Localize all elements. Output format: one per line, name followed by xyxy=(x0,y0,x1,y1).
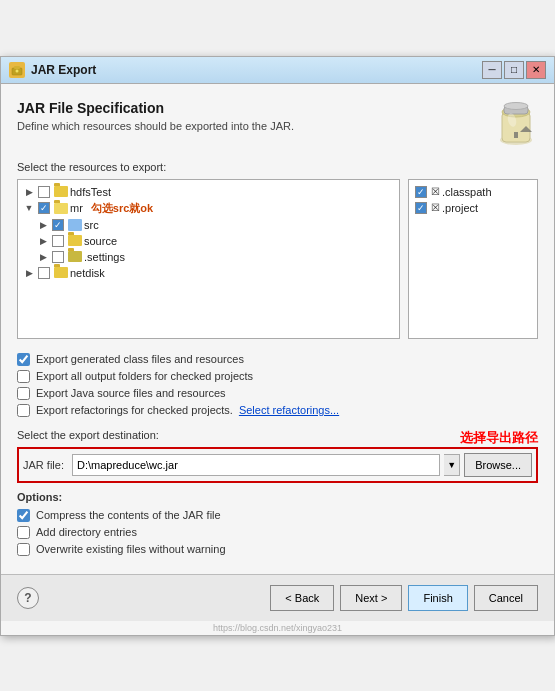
checkbox-directory[interactable] xyxy=(17,526,30,539)
options-section: Options: Compress the contents of the JA… xyxy=(17,491,538,558)
checkbox-overwrite[interactable] xyxy=(17,543,30,556)
checklist-panel[interactable]: ✓ ☒ .classpath ✓ ☒ .project xyxy=(408,179,538,339)
page-description: Define which resources should be exporte… xyxy=(17,120,294,132)
expander-netdisk[interactable]: ▶ xyxy=(22,266,36,280)
jar-graphic xyxy=(494,96,538,149)
label-source: source xyxy=(84,235,117,247)
folder-icon-source xyxy=(68,235,82,246)
jar-file-input[interactable] xyxy=(72,454,440,476)
option-export-java[interactable]: Export Java source files and resources xyxy=(17,385,538,402)
svg-rect-10 xyxy=(514,132,518,138)
export-dest-label: Select the export destination: xyxy=(17,429,159,441)
folder-icon-hdfsTest xyxy=(54,186,68,197)
checkbox-export-refactor[interactable] xyxy=(17,404,30,417)
label-overwrite: Overwrite existing files without warning xyxy=(36,543,226,555)
expander-mr[interactable]: ▼ xyxy=(22,201,36,215)
maximize-button[interactable]: □ xyxy=(504,61,524,79)
option-export-refactor[interactable]: Export refactorings for checked projects… xyxy=(17,402,538,419)
cancel-button[interactable]: Cancel xyxy=(474,585,538,611)
checkbox-export-output[interactable] xyxy=(17,370,30,383)
browse-button[interactable]: Browse... xyxy=(464,453,532,477)
label-src: src xyxy=(84,219,99,231)
options-label: Options: xyxy=(17,491,538,503)
select-refactorings-link[interactable]: Select refactorings... xyxy=(239,404,339,416)
help-button[interactable]: ? xyxy=(17,587,39,609)
label-mr: mr xyxy=(70,202,83,214)
checkbox-export-java[interactable] xyxy=(17,387,30,400)
checkbox-classpath[interactable]: ✓ xyxy=(415,186,427,198)
jar-file-dropdown[interactable]: ▼ xyxy=(444,454,460,476)
tree-item-settings[interactable]: ▶ .settings xyxy=(22,249,395,265)
export-annotation: 选择导出路径 xyxy=(460,429,538,447)
jar-file-row: JAR file: ▼ Browse... xyxy=(23,453,532,477)
label-hdfsTest: hdfsTest xyxy=(70,186,111,198)
checkbox-hdfsTest[interactable] xyxy=(38,186,50,198)
tree-panel[interactable]: ▶ hdfsTest ▼ ✓ mr 勾选src就ok ▶ ✓ xyxy=(17,179,400,339)
expander-source[interactable]: ▶ xyxy=(36,234,50,248)
label-export-output: Export all output folders for checked pr… xyxy=(36,370,253,382)
checkbox-mr[interactable]: ✓ xyxy=(38,202,50,214)
export-destination-section: Select the export destination: 选择导出路径 JA… xyxy=(17,429,538,483)
label-classpath: ☒ xyxy=(431,186,440,197)
title-controls: ─ □ ✕ xyxy=(482,61,546,79)
option-export-output[interactable]: Export all output folders for checked pr… xyxy=(17,368,538,385)
expander-hdfsTest[interactable]: ▶ xyxy=(22,185,36,199)
export-options-section: Export generated class files and resourc… xyxy=(17,351,538,419)
expander-src[interactable]: ▶ xyxy=(36,218,50,232)
label-export-class: Export generated class files and resourc… xyxy=(36,353,244,365)
option-directory[interactable]: Add directory entries xyxy=(17,524,538,541)
window-icon xyxy=(9,62,25,78)
label-project-text: .project xyxy=(442,202,478,214)
tree-item-mr[interactable]: ▼ ✓ mr 勾选src就ok xyxy=(22,200,395,217)
window-title: JAR Export xyxy=(31,63,96,77)
tree-item-source[interactable]: ▶ source xyxy=(22,233,395,249)
jar-export-window: JAR Export ─ □ ✕ JAR File Specification … xyxy=(0,56,555,636)
folder-icon-mr xyxy=(54,203,68,214)
footer: ? < Back Next > Finish Cancel xyxy=(1,574,554,621)
label-export-refactor: Export refactorings for checked projects… xyxy=(36,404,233,416)
tree-item-netdisk[interactable]: ▶ netdisk xyxy=(22,265,395,281)
jar-file-label: JAR file: xyxy=(23,459,64,471)
close-button[interactable]: ✕ xyxy=(526,61,546,79)
title-bar-left: JAR Export xyxy=(9,62,96,78)
checkbox-source[interactable] xyxy=(52,235,64,247)
checkbox-compress[interactable] xyxy=(17,509,30,522)
option-compress[interactable]: Compress the contents of the JAR file xyxy=(17,507,538,524)
footer-buttons: < Back Next > Finish Cancel xyxy=(270,585,538,611)
folder-icon-netdisk xyxy=(54,267,68,278)
watermark: https://blog.csdn.net/xingyao231 xyxy=(1,621,554,635)
expander-settings[interactable]: ▶ xyxy=(36,250,50,264)
checklist-item-project[interactable]: ✓ ☒ .project xyxy=(413,200,533,216)
label-compress: Compress the contents of the JAR file xyxy=(36,509,221,521)
header-section: JAR File Specification Define which reso… xyxy=(17,100,294,144)
minimize-button[interactable]: ─ xyxy=(482,61,502,79)
tree-item-hdfsTest[interactable]: ▶ hdfsTest xyxy=(22,184,395,200)
label-directory: Add directory entries xyxy=(36,526,137,538)
checkbox-settings[interactable] xyxy=(52,251,64,263)
title-bar: JAR Export ─ □ ✕ xyxy=(1,57,554,84)
main-content: JAR File Specification Define which reso… xyxy=(1,84,554,574)
checkbox-project[interactable]: ✓ xyxy=(415,202,427,214)
svg-point-7 xyxy=(504,102,528,109)
checkbox-src[interactable]: ✓ xyxy=(52,219,64,231)
svg-rect-1 xyxy=(14,66,20,69)
option-export-class[interactable]: Export generated class files and resourc… xyxy=(17,351,538,368)
label-classpath-text: .classpath xyxy=(442,186,492,198)
label-netdisk: netdisk xyxy=(70,267,105,279)
option-overwrite[interactable]: Overwrite existing files without warning xyxy=(17,541,538,558)
checkbox-export-class[interactable] xyxy=(17,353,30,366)
resources-panel: ▶ hdfsTest ▼ ✓ mr 勾选src就ok ▶ ✓ xyxy=(17,179,538,339)
annotation-mr: 勾选src就ok xyxy=(91,201,153,216)
svg-point-2 xyxy=(16,69,19,72)
tree-item-src[interactable]: ▶ ✓ src xyxy=(22,217,395,233)
finish-button[interactable]: Finish xyxy=(408,585,467,611)
label-project: ☒ xyxy=(431,202,440,213)
checkbox-netdisk[interactable] xyxy=(38,267,50,279)
next-button[interactable]: Next > xyxy=(340,585,402,611)
page-title: JAR File Specification xyxy=(17,100,294,116)
label-settings: .settings xyxy=(84,251,125,263)
folder-icon-settings xyxy=(68,251,82,262)
resources-label: Select the resources to export: xyxy=(17,161,538,173)
checklist-item-classpath[interactable]: ✓ ☒ .classpath xyxy=(413,184,533,200)
back-button[interactable]: < Back xyxy=(270,585,334,611)
